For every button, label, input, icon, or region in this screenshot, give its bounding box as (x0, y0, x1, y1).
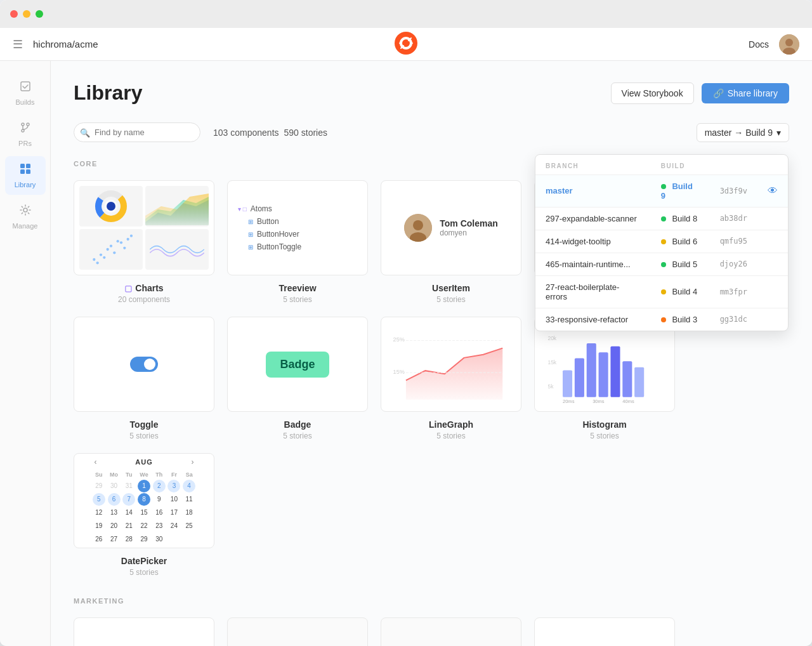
linegraph-info: LineGraph 5 stories (381, 419, 521, 440)
chevron-down-icon: ▾ (776, 128, 781, 138)
dropdown-row-4[interactable]: 27-react-boilerplate-errors Build 4 mm3f… (535, 275, 788, 308)
component-card-treeview[interactable]: ▾ □ Atoms ⊞ Button ⊞ ButtonHover (227, 180, 368, 304)
action-cell-4 (757, 275, 788, 308)
component-card-charts[interactable]: ▢ Charts 20 components (74, 180, 214, 304)
search-input[interactable] (74, 122, 200, 142)
dropdown-row-5[interactable]: 33-responsive-refactor Build 3 gg31dc (535, 308, 788, 331)
build-cell-1: Build 8 (651, 207, 710, 230)
tree-item-button: ⊞ Button (238, 215, 357, 228)
status-dot-4 (661, 289, 666, 294)
dp-prev-icon: ‹ (95, 458, 97, 466)
wave-thumb (145, 229, 209, 270)
histogram-preview-wrap: 20k 15k 5k 20ms (534, 317, 675, 412)
builds-label: Builds (16, 98, 35, 106)
action-cell-1 (757, 207, 788, 230)
eye-icon[interactable]: 👁 (768, 185, 778, 196)
share-icon: 🔗 (713, 88, 724, 98)
svg-rect-45 (622, 361, 632, 397)
svg-rect-9 (26, 164, 30, 168)
branch-selector[interactable]: master → Build 9 ▾ BRANCH BUILD (697, 123, 789, 142)
datepicker-stories: 5 stories (74, 568, 214, 577)
prs-label: PRs (18, 140, 32, 147)
svg-text:15%: 15% (393, 369, 405, 375)
build-cell-0: Build 9 (651, 175, 710, 207)
svg-point-28 (103, 256, 105, 259)
dropdown-row-2[interactable]: 414-widget-tooltip Build 6 qmfu95 (535, 230, 788, 253)
charts-stories: 20 components (74, 295, 214, 304)
maximize-button[interactable] (36, 10, 43, 18)
badge-demo: Badge (266, 352, 329, 378)
area-thumb (145, 186, 209, 227)
datepicker-inner: ‹ AUG › Su Mo Tu We Th (92, 456, 197, 546)
prs-icon (19, 121, 32, 137)
build-cell-2: Build 6 (651, 230, 710, 253)
tree-label-atoms: Atoms (251, 204, 272, 213)
navbar-right: Docs (749, 34, 799, 55)
component-card-badge[interactable]: Badge Badge 5 stories (227, 317, 368, 440)
svg-rect-46 (634, 367, 644, 397)
minimize-button[interactable] (23, 10, 30, 18)
toggle-thumb (144, 359, 155, 370)
hash-cell-4: mm3fpr (710, 275, 757, 308)
component-card-blank-2[interactable] (227, 617, 368, 646)
manage-icon (19, 204, 32, 220)
component-card-linegraph[interactable]: 25% 15% (381, 317, 521, 440)
linegraph-name: LineGraph (381, 419, 521, 430)
hash-cell-2: qmfu95 (710, 230, 757, 253)
user-avatar[interactable] (779, 34, 799, 55)
dropdown-row-3[interactable]: 465-maintain-runtime... Build 5 djoy26 (535, 253, 788, 275)
component-card-toggle[interactable]: Toggle 5 stories (74, 317, 214, 440)
component-card-histogram[interactable]: 20k 15k 5k 20ms (534, 317, 675, 440)
dropdown-row-1[interactable]: 297-expandable-scanner Build 8 ab38dr (535, 207, 788, 230)
component-card-useritem[interactable]: Tom Coleman domyen UserItem 5 stories (381, 180, 521, 304)
action-cell-3 (757, 253, 788, 275)
datepicker-header: ‹ AUG › (92, 456, 197, 468)
dp-month: AUG (135, 458, 152, 466)
svg-rect-8 (20, 164, 25, 168)
svg-rect-4 (21, 82, 30, 91)
dropdown-row-0[interactable]: master Build 9 3d3f9v 👁 (535, 175, 788, 207)
svg-rect-11 (26, 169, 30, 174)
hash-cell-0: 3d3f9v (710, 175, 757, 207)
close-button[interactable] (10, 10, 18, 18)
search-bar-row: 🔍 103 components 590 stories master → Bu… (74, 122, 789, 142)
page-header: Library View Storybook 🔗 Share library (74, 81, 789, 105)
sidebar-item-builds[interactable]: Builds (5, 74, 46, 112)
linegraph-preview: 25% 15% (381, 317, 521, 411)
treeview-name: Treeview (227, 283, 368, 293)
status-dot-0 (661, 184, 666, 189)
svg-rect-40 (563, 370, 572, 397)
component-card-blank-3[interactable] (381, 617, 521, 646)
sidebar-item-prs[interactable]: PRs (5, 115, 46, 154)
tree-label-button: Button (257, 217, 279, 226)
navbar: ☰ hichroma/acme Docs (0, 28, 812, 61)
toggle-preview-wrap (74, 317, 214, 412)
view-storybook-button[interactable]: View Storybook (611, 82, 694, 104)
svg-rect-44 (610, 346, 620, 397)
branch-cell-0: master (535, 175, 651, 207)
branch-col-header: BRANCH (535, 155, 651, 175)
sidebar-item-library[interactable]: Library (5, 156, 46, 195)
component-card-primary[interactable]: Primary (534, 617, 675, 646)
hamburger-icon[interactable]: ☰ (13, 37, 23, 51)
svg-text:5k: 5k (547, 383, 554, 390)
tree-item-buttontoggle: ⊞ ButtonToggle (238, 241, 357, 253)
component-card-datepicker[interactable]: ‹ AUG › Su Mo Tu We Th (74, 453, 214, 577)
build-col-header: BUILD (651, 155, 710, 175)
svg-rect-42 (587, 343, 596, 397)
component-icon-1: ⊞ (248, 218, 253, 225)
tree-item-atoms: ▾ □ Atoms (238, 202, 357, 215)
search-wrap: 🔍 (74, 122, 200, 142)
action-col-header (757, 155, 788, 175)
histogram-stories: 5 stories (534, 432, 675, 440)
icons-preview-wrap: ? + △ ∨ ↓ (74, 617, 214, 646)
status-dot-5 (661, 317, 666, 322)
share-library-button[interactable]: 🔗 Share library (702, 83, 789, 103)
components-count: 103 components (213, 128, 279, 138)
sidebar-item-manage[interactable]: Manage (5, 197, 46, 236)
datepicker-preview: ‹ AUG › Su Mo Tu We Th (74, 454, 214, 548)
component-card-icons[interactable]: ? + △ ∨ ↓ (74, 617, 214, 646)
docs-link[interactable]: Docs (749, 39, 769, 49)
component-icon-3: ⊞ (248, 244, 253, 251)
svg-point-31 (413, 220, 423, 230)
